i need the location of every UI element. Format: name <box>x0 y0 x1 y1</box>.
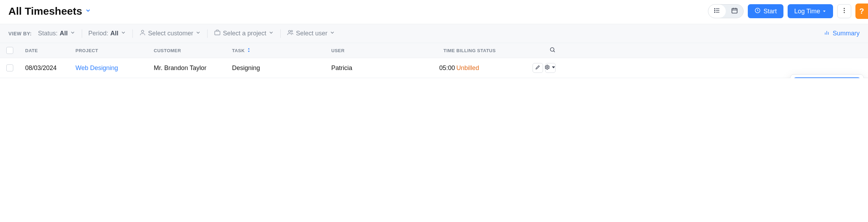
chevron-down-icon <box>70 30 75 37</box>
filter-bar: VIEW BY: Status: All Period: All <box>0 24 868 43</box>
edit-row-button[interactable] <box>533 63 543 73</box>
table-header: DATE PROJECT CUSTOMER TASK USER TIME BIL… <box>0 43 868 58</box>
view-by-label: VIEW BY: <box>8 31 32 36</box>
divider <box>280 29 281 38</box>
svg-point-26 <box>547 67 548 68</box>
select-all-checkbox[interactable] <box>6 47 13 54</box>
log-time-button-label: Log Time <box>794 8 820 15</box>
th-task-label: TASK <box>232 48 245 53</box>
th-project[interactable]: PROJECT <box>75 48 152 53</box>
bar-chart-icon <box>824 29 830 37</box>
svg-rect-6 <box>732 8 737 13</box>
chevron-down-icon <box>121 30 126 37</box>
svg-point-4 <box>714 10 715 11</box>
svg-point-24 <box>550 48 554 51</box>
row-checkbox[interactable] <box>6 64 13 71</box>
project-filter[interactable]: Select a project <box>214 29 274 38</box>
page-title-dropdown[interactable]: All Timesheets <box>8 5 91 17</box>
svg-marker-11 <box>823 11 825 12</box>
chevron-down-icon <box>268 30 274 37</box>
svg-point-13 <box>844 10 845 11</box>
svg-rect-16 <box>215 31 220 35</box>
chevron-down-icon <box>85 7 91 15</box>
svg-point-12 <box>844 8 845 9</box>
td-user: Patricia <box>331 64 422 72</box>
list-icon <box>714 7 721 15</box>
td-project-link[interactable]: Web Designing <box>75 64 152 72</box>
customer-filter-placeholder: Select customer <box>148 30 193 37</box>
clock-icon <box>754 7 761 15</box>
calendar-icon <box>731 7 738 15</box>
th-customer[interactable]: CUSTOMER <box>154 48 231 53</box>
svg-point-18 <box>291 30 292 32</box>
svg-point-3 <box>714 8 715 9</box>
summary-link[interactable]: Summary <box>824 29 860 37</box>
view-calendar-option[interactable] <box>726 5 743 18</box>
users-icon <box>287 29 294 38</box>
divider <box>132 29 133 38</box>
briefcase-icon <box>214 29 221 38</box>
divider <box>82 29 82 38</box>
status-filter-label: Status: <box>38 30 58 37</box>
menu-item-clone[interactable]: Clone <box>793 77 861 78</box>
start-button[interactable]: Start <box>748 4 783 18</box>
dots-vertical-icon <box>841 7 848 15</box>
th-date[interactable]: DATE <box>25 48 74 53</box>
user-filter-placeholder: Select user <box>296 30 327 37</box>
svg-marker-23 <box>248 51 250 52</box>
page-header: All Timesheets <box>0 0 868 24</box>
start-button-label: Start <box>764 8 777 15</box>
question-mark-icon: ? <box>859 7 864 16</box>
caret-down-icon <box>822 8 826 15</box>
chevron-down-icon <box>330 30 335 37</box>
customer-filter[interactable]: Select customer <box>139 29 201 38</box>
status-filter-value: All <box>60 30 68 37</box>
user-filter[interactable]: Select user <box>287 29 335 38</box>
more-actions-button[interactable] <box>837 4 851 18</box>
project-filter-placeholder: Select a project <box>223 30 266 37</box>
pencil-icon <box>535 64 541 72</box>
period-filter[interactable]: Period: All <box>88 30 126 37</box>
td-customer: Mr. Brandon Taylor <box>154 64 231 72</box>
td-time: 05:00 <box>424 64 455 72</box>
svg-marker-27 <box>552 67 555 68</box>
period-filter-label: Period: <box>88 30 108 37</box>
svg-marker-22 <box>248 48 250 49</box>
th-user[interactable]: USER <box>331 48 422 53</box>
status-filter[interactable]: Status: All <box>38 30 75 37</box>
summary-link-label: Summary <box>833 30 860 37</box>
view-list-option[interactable] <box>708 5 726 18</box>
th-task[interactable]: TASK <box>232 48 330 54</box>
sort-icon <box>247 48 251 54</box>
svg-point-17 <box>289 30 291 33</box>
row-settings-button[interactable] <box>545 63 556 73</box>
view-mode-toggle <box>708 4 744 18</box>
divider <box>207 29 208 38</box>
chevron-down-icon <box>195 30 201 37</box>
log-time-button[interactable]: Log Time <box>788 4 833 18</box>
help-button[interactable]: ? <box>855 4 868 19</box>
table-row: 08/03/2024 Web Designing Mr. Brandon Tay… <box>0 58 868 78</box>
period-filter-value: All <box>110 30 118 37</box>
th-billing-status[interactable]: BILLING STATUS <box>456 48 533 53</box>
search-icon <box>549 47 556 54</box>
table-search-button[interactable] <box>535 47 556 54</box>
th-time[interactable]: TIME <box>424 48 455 53</box>
gear-icon <box>544 64 550 72</box>
svg-point-15 <box>142 30 144 33</box>
td-billing-status: Unbilled <box>456 64 533 72</box>
page-title: All Timesheets <box>8 5 82 17</box>
td-task: Designing <box>232 64 330 72</box>
caret-down-icon <box>551 64 556 72</box>
svg-line-25 <box>554 51 555 52</box>
svg-point-5 <box>714 12 715 13</box>
td-date: 08/03/2024 <box>25 64 74 72</box>
svg-point-14 <box>844 12 845 13</box>
user-icon <box>139 29 146 38</box>
row-context-menu: Clone Delete Comments & History <box>790 74 864 78</box>
